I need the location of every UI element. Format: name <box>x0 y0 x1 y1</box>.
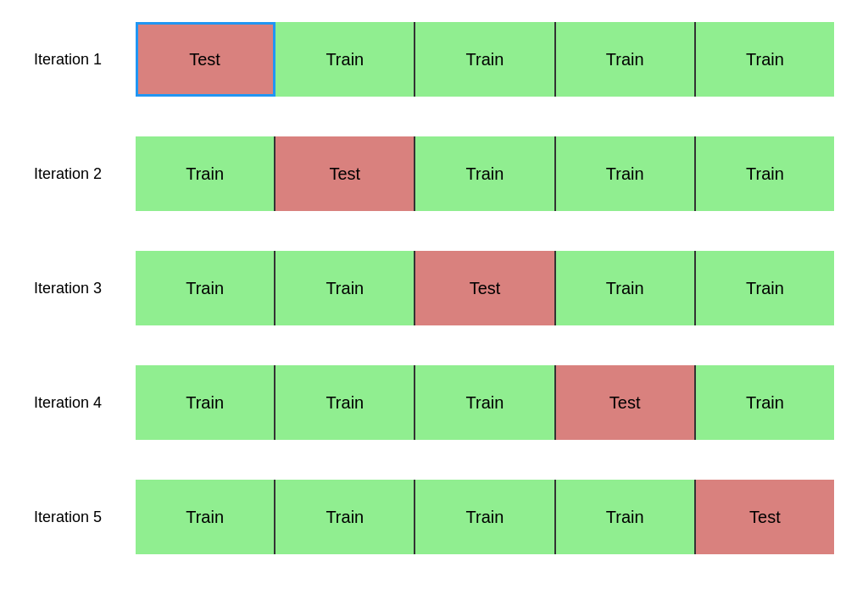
fold-3-5: Train <box>696 251 834 325</box>
fold-5-1: Train <box>136 480 275 554</box>
fold-4-1: Train <box>136 365 275 440</box>
cross-validation-diagram: Iteration 1TestTrainTrainTrainTrainItera… <box>0 0 868 589</box>
fold-1-3: Train <box>415 22 555 97</box>
fold-5-3: Train <box>415 480 555 554</box>
fold-container-5: TrainTrainTrainTrainTest <box>136 480 834 554</box>
iteration-row-2: Iteration 2TrainTestTrainTrainTrain <box>34 123 834 225</box>
fold-container-1: TestTrainTrainTrainTrain <box>136 22 834 97</box>
fold-4-3: Train <box>415 365 555 440</box>
fold-5-2: Train <box>275 480 415 554</box>
fold-1-5: Train <box>696 22 834 97</box>
fold-1-2: Train <box>275 22 415 97</box>
iteration-label-3: Iteration 3 <box>34 280 136 297</box>
fold-2-4: Train <box>556 136 696 211</box>
fold-4-4: Test <box>556 365 696 440</box>
fold-2-5: Train <box>696 136 834 211</box>
fold-2-2: Test <box>275 136 415 211</box>
iteration-row-4: Iteration 4TrainTrainTrainTestTrain <box>34 352 834 453</box>
fold-2-1: Train <box>136 136 275 211</box>
fold-1-1: Test <box>136 22 275 97</box>
iteration-label-1: Iteration 1 <box>34 51 136 69</box>
fold-1-4: Train <box>556 22 696 97</box>
fold-4-5: Train <box>696 365 834 440</box>
fold-3-1: Train <box>136 251 275 325</box>
fold-3-2: Train <box>275 251 415 325</box>
fold-3-4: Train <box>556 251 696 325</box>
iteration-label-5: Iteration 5 <box>34 508 136 526</box>
iteration-label-2: Iteration 2 <box>34 165 136 183</box>
fold-container-2: TrainTestTrainTrainTrain <box>136 136 834 211</box>
fold-5-4: Train <box>556 480 696 554</box>
fold-5-5: Test <box>696 480 834 554</box>
fold-container-4: TrainTrainTrainTestTrain <box>136 365 834 440</box>
iteration-row-3: Iteration 3TrainTrainTestTrainTrain <box>34 237 834 339</box>
iteration-label-4: Iteration 4 <box>34 394 136 412</box>
fold-container-3: TrainTrainTestTrainTrain <box>136 251 834 325</box>
fold-3-3: Test <box>415 251 555 325</box>
fold-2-3: Train <box>415 136 555 211</box>
fold-4-2: Train <box>275 365 415 440</box>
iteration-row-1: Iteration 1TestTrainTrainTrainTrain <box>34 8 834 110</box>
iteration-row-5: Iteration 5TrainTrainTrainTrainTest <box>34 466 834 568</box>
